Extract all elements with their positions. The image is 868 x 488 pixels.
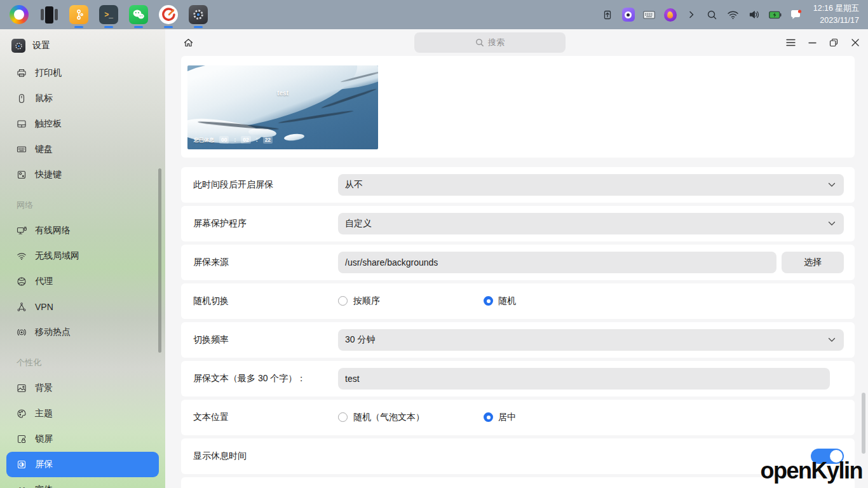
git-app-icon[interactable] — [69, 5, 88, 24]
radio-label-random-bubble[interactable]: 随机（气泡文本） — [353, 412, 424, 423]
sidebar-item-keyboard[interactable]: 键盘 — [6, 137, 159, 162]
idle-time-select[interactable]: 从不 — [338, 174, 844, 196]
wifi-icon — [17, 251, 27, 261]
chevron-down-icon — [828, 182, 836, 187]
radio-center[interactable] — [484, 412, 493, 422]
sidebar-item-font[interactable]: AA 字体 — [6, 477, 159, 488]
settings-gear-icon[interactable] — [189, 5, 208, 24]
hotspot-icon — [17, 327, 27, 337]
wifi-icon[interactable] — [727, 8, 740, 21]
minimize-icon — [808, 39, 817, 47]
keyboard-layout-icon[interactable] — [643, 8, 656, 21]
expand-chevron-icon[interactable] — [685, 8, 698, 21]
sidebar-item-label: 代理 — [35, 276, 53, 287]
sidebar-item-theme[interactable]: 主题 — [6, 401, 159, 426]
select-value: 30 分钟 — [345, 334, 375, 346]
terminal-icon[interactable]: >_ — [99, 5, 118, 24]
phone-app-icon[interactable] — [39, 5, 58, 24]
row-label: 显示休息时间 — [193, 451, 247, 462]
background-image-icon — [17, 383, 27, 393]
switch-frequency-select[interactable]: 30 分钟 — [338, 329, 844, 351]
radio-label-center[interactable]: 居中 — [498, 412, 516, 423]
chevron-down-icon — [828, 221, 836, 226]
proxy-globe-icon — [17, 276, 27, 287]
screensaver-preview[interactable]: test 您已休息 00 : 02 : 22 — [187, 65, 378, 149]
sidebar-item-shortcut-keys[interactable]: 快捷键 — [6, 162, 159, 187]
preview-card: test 您已休息 00 : 02 : 22 — [181, 56, 855, 158]
shortcut-icon — [17, 170, 27, 180]
sidebar-title: 设置 — [32, 40, 50, 51]
screen: >_ — [0, 0, 868, 488]
restore-icon — [829, 38, 838, 47]
sidebar-item-label: 无线局域网 — [35, 250, 79, 262]
clock-time: 12:16 星期五 — [813, 3, 859, 15]
row-label: 屏幕保护程序 — [193, 218, 247, 229]
sidebar-item-label: 键盘 — [35, 144, 53, 155]
sidebar-item-screensaver[interactable]: 屏保 — [6, 452, 159, 477]
rest-seconds: 22 — [263, 136, 273, 144]
sidebar-item-label: 鼠标 — [35, 93, 53, 104]
row-text-position: 文本位置 随机（气泡文本） 居中 — [181, 400, 855, 435]
radio-label-in-order[interactable]: 按顺序 — [353, 295, 380, 307]
usb-icon[interactable] — [601, 8, 614, 21]
home-button[interactable] — [182, 36, 194, 49]
content-scrollbar[interactable] — [862, 393, 865, 454]
search-placeholder: 搜索 — [488, 37, 505, 48]
volume-icon[interactable] — [748, 8, 761, 21]
screensaver-text-input[interactable] — [338, 368, 830, 390]
sidebar-item-touchpad[interactable]: 触控板 — [6, 111, 159, 137]
chevron-down-icon — [828, 337, 836, 342]
sidebar-item-printer[interactable]: 打印机 — [6, 60, 159, 86]
taskbar-clock[interactable]: 12:16 星期五 2023/11/17 — [813, 3, 859, 27]
restore-button[interactable] — [825, 34, 843, 51]
choose-button[interactable]: 选择 — [782, 252, 844, 273]
sidebar-section-personalization: 个性化 — [0, 356, 165, 369]
media-icon[interactable] — [664, 8, 677, 21]
mouse-icon — [17, 93, 27, 104]
sidebar-scrollbar[interactable] — [158, 168, 161, 353]
preview-caption-text: test — [187, 90, 378, 97]
row-label: 此时间段后开启屏保 — [193, 179, 273, 191]
sidebar-item-label: 触控板 — [35, 118, 62, 130]
rest-time-overlay: 您已休息 00 : 02 : 22 — [194, 136, 273, 144]
radio-random[interactable] — [484, 296, 493, 306]
window-controls — [782, 34, 864, 51]
sidebar-item-mouse[interactable]: 鼠标 — [6, 86, 159, 111]
search-icon[interactable] — [706, 8, 719, 21]
select-value: 从不 — [345, 179, 363, 191]
sidebar-list: 打印机 鼠标 触控板 键盘 — [0, 54, 165, 488]
kylin-logo-icon[interactable] — [159, 5, 178, 24]
sidebar-item-label: 移动热点 — [35, 327, 71, 338]
sidebar-item-proxy[interactable]: 代理 — [6, 269, 159, 294]
sidebar-item-vpn[interactable]: VPN — [6, 294, 159, 320]
radio-random-bubble[interactable] — [338, 412, 348, 422]
sidebar-item-wlan[interactable]: 无线局域网 — [6, 243, 159, 269]
screensaver-program-select[interactable]: 自定义 — [338, 213, 844, 234]
search-icon — [475, 38, 484, 47]
touchpad-icon — [17, 119, 27, 129]
browser-icon[interactable] — [10, 5, 29, 24]
sidebar-item-wired-network[interactable]: 有线网络 — [6, 218, 159, 243]
battery-icon[interactable] — [769, 8, 782, 21]
sidebar-item-label: 屏保 — [35, 459, 53, 470]
sidebar-item-hotspot[interactable]: 移动热点 — [6, 320, 159, 345]
row-switch-frequency: 切换频率 30 分钟 — [181, 322, 855, 358]
row-label: 随机切换 — [193, 295, 229, 307]
minimize-button[interactable] — [803, 34, 821, 51]
source-path-input[interactable] — [338, 252, 776, 273]
clock-date: 2023/11/17 — [813, 15, 859, 27]
wechat-icon[interactable] — [129, 5, 148, 24]
radio-label-random[interactable]: 随机 — [498, 295, 516, 307]
messages-icon[interactable] — [790, 8, 803, 21]
sidebar-item-background[interactable]: 背景 — [6, 376, 159, 401]
radio-in-order[interactable] — [338, 296, 348, 306]
close-button[interactable] — [846, 34, 864, 51]
sidebar-item-label: 锁屏 — [35, 433, 53, 445]
menu-button[interactable] — [782, 34, 799, 51]
screenshot-icon[interactable] — [622, 8, 635, 21]
search-input[interactable]: 搜索 — [414, 32, 566, 53]
sidebar-item-label: 字体 — [35, 484, 53, 488]
keyboard-icon — [17, 144, 27, 154]
sidebar-item-lock-screen[interactable]: 锁屏 — [6, 426, 159, 452]
settings-app-icon — [11, 39, 25, 53]
